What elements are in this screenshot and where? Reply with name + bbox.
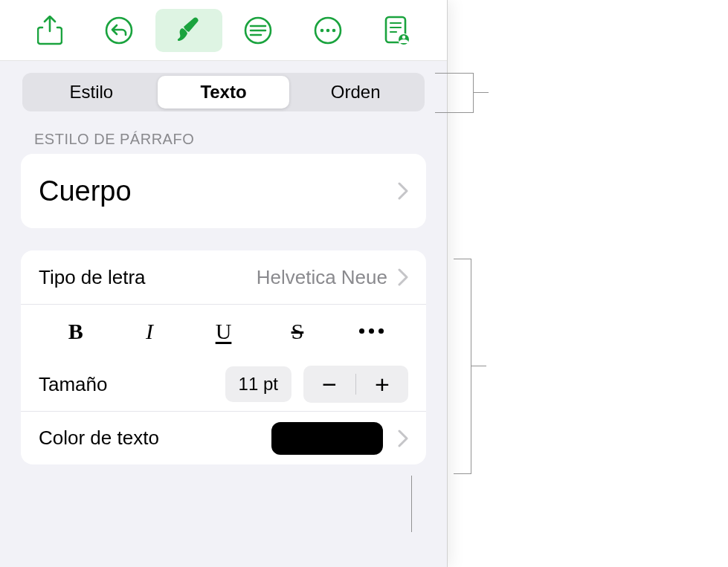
svg-point-5 xyxy=(332,28,335,32)
document-reader-button[interactable] xyxy=(364,9,431,52)
callout-line xyxy=(435,73,474,113)
italic-button[interactable]: I xyxy=(112,305,186,357)
paintbrush-icon xyxy=(174,16,204,45)
text-style-buttons: B I U S xyxy=(21,304,426,357)
size-increase-button[interactable]: + xyxy=(356,366,408,403)
callout-line xyxy=(474,92,489,93)
text-format-card: Tipo de letra Helvetica Neue B I U S Tam xyxy=(21,250,426,464)
chevron-right-icon xyxy=(398,430,408,447)
more-styles-button[interactable] xyxy=(335,305,408,357)
tab-style[interactable]: Estilo xyxy=(25,76,158,108)
text-color-label: Color de texto xyxy=(39,427,271,450)
text-options-button[interactable] xyxy=(225,9,291,52)
paragraph-style-value: Cuerpo xyxy=(39,175,398,207)
toolbar xyxy=(0,0,447,61)
bold-button[interactable]: B xyxy=(39,305,112,357)
paragraph-style-row[interactable]: Cuerpo xyxy=(21,154,426,228)
strikethrough-button[interactable]: S xyxy=(260,305,334,357)
paragraph-style-card: Cuerpo xyxy=(21,154,426,228)
chevron-right-icon xyxy=(398,182,408,200)
tab-text[interactable]: Texto xyxy=(158,76,290,108)
text-options-icon xyxy=(243,16,273,45)
format-tabs: Estilo Texto Orden xyxy=(22,73,425,111)
ellipsis-icon xyxy=(359,328,384,334)
callout-line xyxy=(454,259,471,474)
size-value[interactable]: 11 pt xyxy=(225,366,291,402)
share-icon xyxy=(37,16,62,45)
undo-button[interactable] xyxy=(86,9,152,52)
font-row[interactable]: Tipo de letra Helvetica Neue xyxy=(21,250,426,304)
font-value: Helvetica Neue xyxy=(257,266,387,289)
callout-line xyxy=(411,476,412,532)
svg-point-9 xyxy=(402,35,405,38)
font-label: Tipo de letra xyxy=(39,266,257,289)
share-button[interactable] xyxy=(16,9,83,52)
panel-content: Estilo Texto Orden ESTILO DE PÁRRAFO Cue… xyxy=(0,61,447,567)
more-button[interactable] xyxy=(294,9,361,52)
undo-icon xyxy=(104,16,134,45)
text-color-row[interactable]: Color de texto xyxy=(21,411,426,464)
size-decrease-button[interactable]: − xyxy=(303,366,355,403)
size-stepper: − + xyxy=(303,366,408,403)
text-color-swatch[interactable] xyxy=(271,422,383,455)
callout-line xyxy=(471,366,486,366)
svg-point-3 xyxy=(320,28,323,32)
tab-order[interactable]: Orden xyxy=(289,76,422,108)
ellipsis-circle-icon xyxy=(313,16,343,45)
svg-point-4 xyxy=(326,28,329,32)
chevron-right-icon xyxy=(398,268,408,286)
document-reader-icon xyxy=(383,16,411,45)
paragraph-style-header: ESTILO DE PÁRRAFO xyxy=(7,126,439,154)
format-panel: Estilo Texto Orden ESTILO DE PÁRRAFO Cue… xyxy=(0,0,448,567)
underline-button[interactable]: U xyxy=(187,305,260,357)
size-label: Tamaño xyxy=(39,373,225,396)
size-row: Tamaño 11 pt − + xyxy=(21,357,426,411)
format-button[interactable] xyxy=(155,9,222,52)
